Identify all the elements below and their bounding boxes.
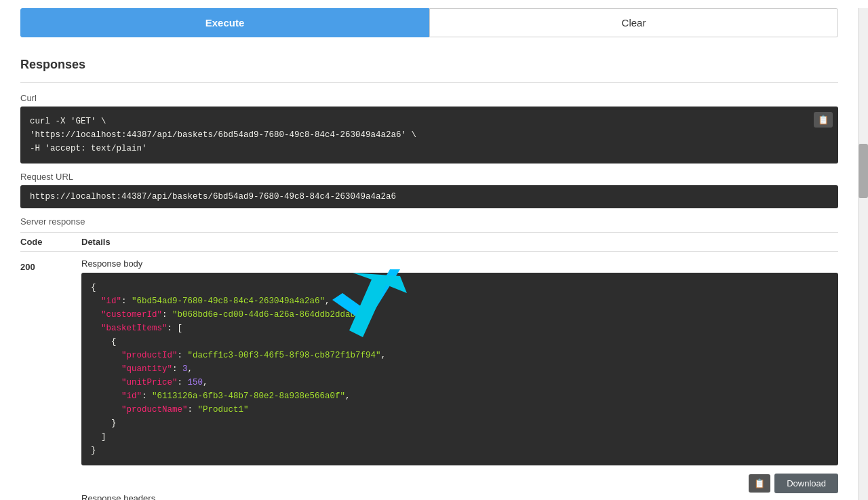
response-code: 200 [20,258,81,272]
curl-line-2: 'https://localhost:44387/api/baskets/6bd… [30,128,829,142]
response-headers-label: Response headers [81,493,838,500]
response-body-label: Response body [81,258,838,269]
details-header: Details [81,237,838,247]
execute-button[interactable]: Execute [20,8,429,37]
download-row: 📋 Download [81,474,838,493]
server-response-label: Server response [20,216,838,227]
curl-block: curl -X 'GET' \ 'https://localhost:44387… [20,107,838,164]
json-content: { "id": "6bd54ad9-7680-49c8-84c4-263049a… [91,281,829,457]
download-button[interactable]: Download [774,474,838,493]
code-header: Code [20,237,81,247]
page-wrapper: Execute Clear Responses Curl curl -X 'GE… [0,8,868,500]
responses-heading: Responses [20,51,838,83]
body-copy-button[interactable]: 📋 [749,474,770,493]
curl-label: Curl [20,93,838,103]
response-details: Response body { "id": "6bd54ad9-7680-49c… [81,258,838,500]
vertical-scrollbar[interactable] [859,8,868,500]
clear-button[interactable]: Clear [429,8,838,37]
response-row-200: 200 Response body { "id": "6bd54ad9-7680… [20,252,838,500]
curl-line-1: curl -X 'GET' \ [30,115,829,128]
curl-line-3: -H 'accept: text/plain' [30,142,829,155]
request-url-label: Request URL [20,172,838,182]
scrollbar-thumb[interactable] [859,144,868,198]
action-buttons: Execute Clear [20,8,838,37]
curl-copy-button[interactable]: 📋 [814,112,833,128]
request-url-block: https://localhost:44387/api/baskets/6bd5… [20,185,838,208]
response-table-header: Code Details [20,232,838,252]
response-body-block: { "id": "6bd54ad9-7680-49c8-84c4-263049a… [81,273,838,465]
